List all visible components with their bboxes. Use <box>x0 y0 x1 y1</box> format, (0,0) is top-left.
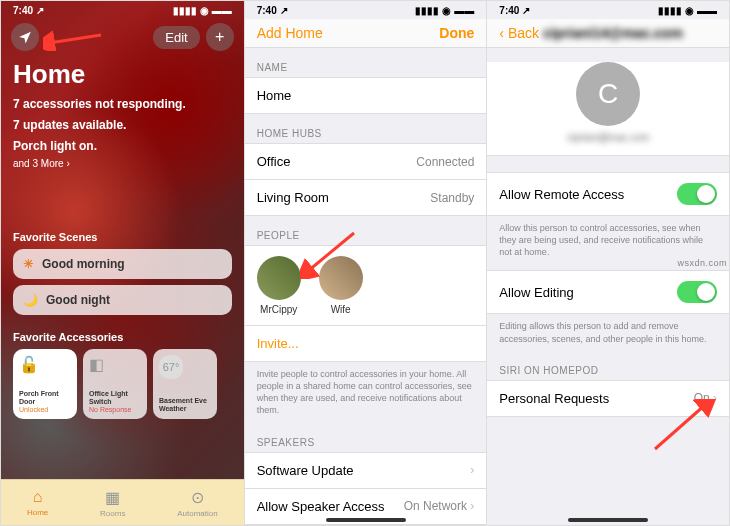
weather-icon: 67° <box>159 355 183 379</box>
scene-good-night[interactable]: 🌙Good night <box>13 285 232 315</box>
chevron-right-icon: › <box>713 391 717 405</box>
people-header: PEOPLE <box>245 216 487 245</box>
home-indicator[interactable] <box>326 518 406 522</box>
tab-bar: ⌂Home ▦Rooms ⊙Automation <box>1 479 244 525</box>
nav-arrow-icon <box>18 30 32 44</box>
done-button[interactable]: Done <box>439 25 474 41</box>
person-email: cipriani@mac.com <box>487 132 729 143</box>
person-avatar: C <box>576 62 640 126</box>
scenes-header: Favorite Scenes <box>1 229 244 245</box>
software-update-cell[interactable]: Software Update› <box>245 452 487 489</box>
wifi-icon: ◉ <box>442 5 451 16</box>
switch-icon: ◧ <box>89 355 141 374</box>
home-indicator[interactable] <box>568 518 648 522</box>
add-button[interactable]: + <box>206 23 234 51</box>
hubs-header: HOME HUBS <box>245 114 487 143</box>
status-line-2: 7 updates available. <box>1 115 244 136</box>
avatar <box>319 256 363 300</box>
remote-access-toggle[interactable] <box>677 183 717 205</box>
accessory-office-switch[interactable]: ◧ Office Light SwitchNo Response <box>83 349 147 419</box>
home-screen: 7:40↗ ▮▮▮▮◉▬▬ Edit + Home 7 accessories … <box>1 1 244 525</box>
location-icon: ↗ <box>36 5 44 16</box>
status-line-1: 7 accessories not responding. <box>1 94 244 115</box>
speakers-header: SPEAKERS <box>245 423 487 452</box>
hub-living-room[interactable]: Living RoomStandby <box>245 180 487 216</box>
avatar <box>257 256 301 300</box>
siri-header: SIRI ON HOMEPOD <box>487 351 729 380</box>
rooms-icon: ▦ <box>105 488 120 507</box>
chevron-left-icon: ‹ <box>499 25 504 41</box>
allow-remote-access-cell: Allow Remote Access <box>487 172 729 216</box>
page-title: Home <box>1 55 244 94</box>
personal-requests-cell[interactable]: Personal RequestsOn › <box>487 380 729 417</box>
tab-rooms[interactable]: ▦Rooms <box>100 488 125 518</box>
battery-icon: ▬▬ <box>454 5 474 16</box>
accessory-basement-weather[interactable]: 67° Basement Eve Weather <box>153 349 217 419</box>
location-nav-button[interactable] <box>11 23 39 51</box>
lock-icon: 🔓 <box>19 355 71 374</box>
more-status[interactable]: and 3 More› <box>1 156 244 171</box>
battery-icon: ▬▬ <box>697 5 717 16</box>
status-line-3: Porch light on. <box>1 136 244 157</box>
status-bar: 7:40↗ ▮▮▮▮◉▬▬ <box>1 1 244 19</box>
watermark: wsxdn.com <box>678 258 728 268</box>
location-icon: ↗ <box>280 5 288 16</box>
person-settings-screen: 7:40↗ ▮▮▮▮◉▬▬ ‹ Back cipriani14@mac.com … <box>486 1 729 525</box>
sun-icon: ☀ <box>23 257 34 271</box>
home-settings-screen: 7:40↗ ▮▮▮▮◉▬▬ Add Home Done NAME Home HO… <box>244 1 487 525</box>
nav-title: cipriani14@mac.com <box>543 25 683 41</box>
name-field[interactable]: Home <box>245 77 487 114</box>
signal-icon: ▮▮▮▮ <box>658 5 682 16</box>
location-icon: ↗ <box>522 5 530 16</box>
edit-button[interactable]: Edit <box>153 26 199 49</box>
wifi-icon: ◉ <box>685 5 694 16</box>
invite-footer: Invite people to control accessories in … <box>245 362 487 423</box>
chevron-right-icon: › <box>67 158 70 169</box>
signal-icon: ▮▮▮▮ <box>173 5 197 16</box>
signal-icon: ▮▮▮▮ <box>415 5 439 16</box>
moon-icon: 🌙 <box>23 293 38 307</box>
chevron-right-icon: › <box>470 499 474 513</box>
chevron-right-icon: › <box>470 463 474 477</box>
editing-footer: Editing allows this person to add and re… <box>487 314 729 350</box>
battery-icon: ▬▬ <box>212 5 232 16</box>
invite-link[interactable]: Invite... <box>245 326 487 362</box>
hub-office[interactable]: OfficeConnected <box>245 143 487 180</box>
person-mrcippy[interactable]: MrCippy <box>257 256 301 315</box>
status-bar: 7:40↗ ▮▮▮▮◉▬▬ <box>487 1 729 19</box>
allow-editing-cell: Allow Editing <box>487 270 729 314</box>
editing-toggle[interactable] <box>677 281 717 303</box>
scene-good-morning[interactable]: ☀Good morning <box>13 249 232 279</box>
person-wife[interactable]: Wife <box>319 256 363 315</box>
add-home-link[interactable]: Add Home <box>257 25 323 41</box>
back-button[interactable]: ‹ Back <box>499 25 539 41</box>
tab-home[interactable]: ⌂Home <box>27 488 48 517</box>
name-header: NAME <box>245 48 487 77</box>
accessories-header: Favorite Accessories <box>1 329 244 345</box>
home-icon: ⌂ <box>33 488 43 506</box>
automation-icon: ⊙ <box>191 488 204 507</box>
status-bar: 7:40↗ ▮▮▮▮◉▬▬ <box>245 1 487 19</box>
accessory-porch-door[interactable]: 🔓 Porch Front DoorUnlocked <box>13 349 77 419</box>
tab-automation[interactable]: ⊙Automation <box>177 488 217 518</box>
wifi-icon: ◉ <box>200 5 209 16</box>
